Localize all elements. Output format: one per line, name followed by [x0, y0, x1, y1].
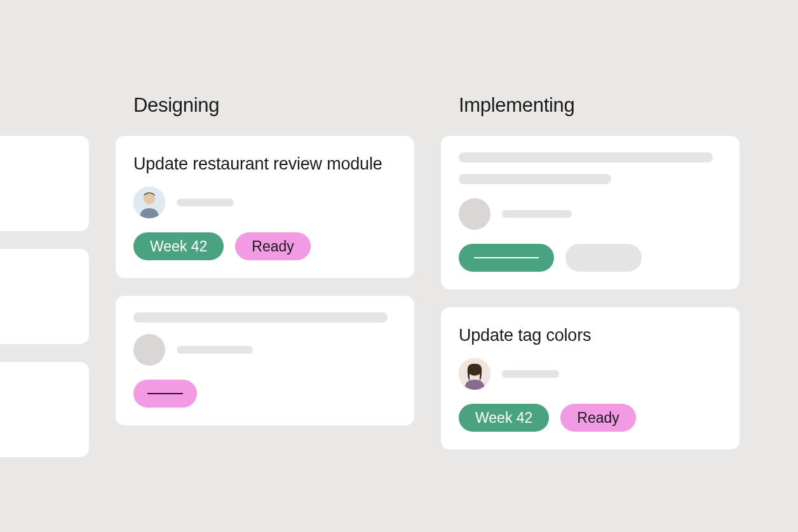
avatar[interactable] [459, 358, 490, 390]
card-title: Update restaurant review module [133, 152, 396, 175]
assignee-row [459, 358, 722, 390]
badge-row: Week 42 Ready [133, 232, 396, 260]
badge-placeholder [133, 380, 197, 408]
placeholder-line [459, 152, 713, 163]
placeholder-line [177, 199, 234, 206]
placeholder-line [502, 210, 572, 218]
badge-row [133, 380, 396, 408]
avatar-placeholder [133, 334, 165, 366]
status-badge[interactable]: Ready [560, 404, 635, 432]
assignee-row [133, 187, 396, 218]
kanban-card-placeholder[interactable] [116, 296, 414, 425]
card-title: Update tag colors [459, 324, 722, 347]
kanban-card-placeholder[interactable] [441, 136, 740, 289]
status-badge[interactable]: Ready [235, 232, 310, 260]
assignee-row [459, 198, 722, 230]
badge-placeholder [565, 244, 642, 272]
week-badge[interactable]: Week 42 [133, 232, 224, 260]
column-title: Implementing [441, 94, 740, 117]
avatar-placeholder [459, 198, 490, 230]
person-icon [459, 358, 490, 390]
kanban-column-designing: Designing Update restaurant review modul… [116, 94, 414, 475]
person-icon [133, 187, 165, 218]
badge-row [459, 244, 722, 272]
kanban-column-cropped: . [0, 94, 89, 475]
placeholder-line [133, 312, 388, 323]
kanban-card[interactable]: Update restaurant review module Week 42 … [116, 136, 414, 278]
placeholder-line [502, 370, 559, 378]
placeholder-line [177, 346, 253, 354]
kanban-column-implementing: Implementing Update tag colors [441, 94, 740, 475]
kanban-card-placeholder[interactable] [0, 249, 89, 344]
kanban-card[interactable]: Update tag colors Week 42 Ready [441, 307, 740, 449]
week-badge[interactable]: Week 42 [459, 404, 549, 432]
placeholder-line [459, 174, 611, 184]
avatar[interactable] [133, 187, 165, 218]
kanban-card-placeholder[interactable] [0, 362, 89, 457]
badge-placeholder [459, 244, 554, 272]
badge-row: Week 42 Ready [459, 404, 722, 432]
column-title: Designing [116, 94, 414, 117]
kanban-board: . Designing Update restaurant review mod… [0, 94, 740, 475]
kanban-card-placeholder[interactable] [0, 136, 89, 231]
assignee-row [133, 334, 396, 366]
